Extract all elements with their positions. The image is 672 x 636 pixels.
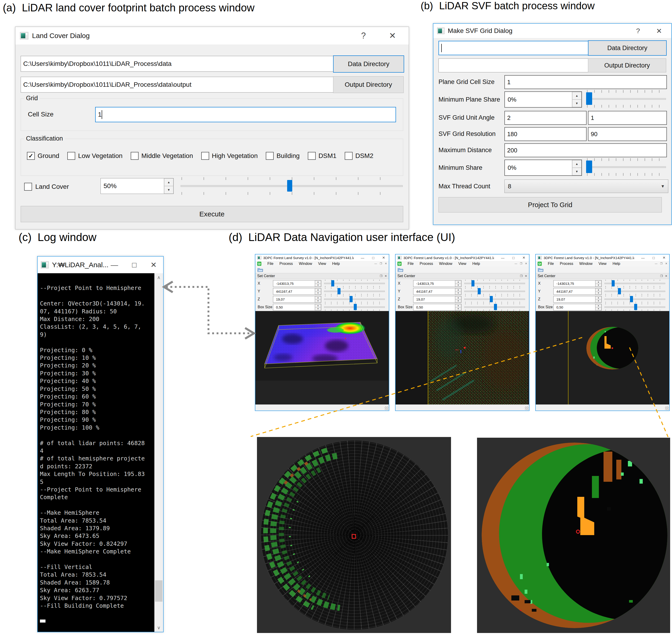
mdi-minimize-icon[interactable]: — [515, 262, 517, 265]
dock-close-icon[interactable]: ✕ [385, 274, 387, 278]
x-slider[interactable] [604, 279, 665, 287]
maximize-icon[interactable]: □ [653, 256, 655, 260]
open-folder-icon[interactable] [257, 267, 263, 272]
data-directory-button[interactable]: Data Directory [333, 56, 404, 73]
data-directory-button[interactable]: Data Directory [588, 40, 667, 56]
y-slider[interactable] [464, 287, 525, 295]
mdi-close-icon[interactable]: ✕ [385, 262, 387, 265]
checkbox-dsm1[interactable]: DSM1 [308, 152, 337, 160]
checkbox-land-cover[interactable]: Land Cover [24, 183, 69, 191]
spin-up-icon[interactable]: ▲ [164, 178, 173, 186]
menu-view[interactable]: View [458, 262, 466, 266]
menu-process[interactable]: Process [420, 262, 433, 266]
mdi-minimize-icon[interactable]: — [375, 262, 377, 265]
minimum-share-spinbox[interactable]: 0% ▲▼ [504, 160, 582, 176]
checkbox-low-vegetation[interactable]: Low Vegetation [67, 152, 122, 160]
slider-track[interactable] [586, 166, 666, 168]
checkbox-box[interactable] [201, 152, 209, 160]
mdi-restore-icon[interactable]: ❐ [520, 262, 522, 265]
maximize-icon[interactable]: □ [132, 261, 136, 269]
svf-titlebar[interactable]: Make SVF Grid Dialog ? ✕ [434, 24, 671, 38]
project-to-grid-button[interactable]: Project To Grid [439, 197, 662, 213]
z-slider[interactable] [464, 295, 525, 303]
open-folder-icon[interactable] [397, 267, 403, 272]
checkbox-building[interactable]: Building [266, 152, 300, 160]
checkbox-box[interactable] [308, 152, 316, 160]
log-titlebar[interactable]: Y:₩LiDAR_Anal... — □ ✕ [38, 257, 163, 273]
x-spinbox[interactable]: -143013,75▲▼ [273, 280, 321, 287]
help-icon[interactable]: ? [636, 27, 640, 35]
box-size-spinbox[interactable]: 0,50▲▼ [273, 304, 321, 311]
viewport-hemisphere[interactable] [536, 311, 669, 404]
checkbox-box[interactable] [266, 152, 274, 160]
z-spinbox[interactable]: 19,07▲▼ [413, 296, 461, 303]
menu-help[interactable]: Help [332, 262, 340, 266]
checkbox-middle-vegetation[interactable]: Middle Vegetation [131, 152, 193, 160]
menu-window[interactable]: Window [439, 262, 453, 266]
x-slider[interactable] [324, 279, 385, 287]
box-size-slider[interactable] [464, 303, 525, 311]
minimum-plane-share-spinbox[interactable]: 0% ▲▼ [504, 92, 582, 107]
dock-close-icon[interactable]: ✕ [525, 274, 527, 278]
checkbox-box[interactable] [131, 152, 139, 160]
maximize-icon[interactable]: □ [372, 256, 374, 260]
mdi-close-icon[interactable]: ✕ [525, 262, 527, 265]
svf-grid-unit-angle-input-1[interactable]: 2 [504, 111, 587, 125]
minimize-icon[interactable]: — [641, 256, 645, 260]
svf-grid-resolution-input-1[interactable]: 180 [504, 127, 587, 141]
output-directory-button[interactable]: Output Directory [333, 76, 404, 93]
close-icon[interactable]: ✕ [382, 256, 385, 260]
dock-close-icon[interactable]: ✕ [665, 274, 667, 278]
z-spinbox[interactable]: 19,07▲▼ [553, 296, 602, 303]
spin-down-icon[interactable]: ▼ [572, 168, 581, 175]
spin-down-icon[interactable]: ▼ [572, 100, 581, 107]
dock-header-set-center[interactable]: Set Center ❐✕ [396, 273, 529, 279]
resize-grip-icon[interactable] [525, 406, 529, 410]
menu-file[interactable]: File [267, 262, 273, 266]
minimize-icon[interactable]: — [111, 261, 118, 269]
y-spinbox[interactable]: 441167,47▲▼ [413, 288, 461, 295]
checkbox-box[interactable] [345, 152, 352, 160]
nav-titlebar[interactable]: 3DPC Forest Land Survey v1.0 - [N_Inchon… [396, 255, 529, 261]
z-spinbox[interactable]: 19,07▲▼ [273, 296, 321, 303]
output-directory-input[interactable]: C:\Users\kimby\Dropbox\1011\LiDAR_Proces… [21, 77, 334, 93]
z-slider[interactable] [324, 295, 385, 303]
nav-titlebar[interactable]: 3DPC Forest Land Survey v1.0 - [N_Inchon… [536, 255, 669, 261]
dock-float-icon[interactable]: ❐ [520, 274, 522, 278]
minimum-plane-share-slider[interactable] [586, 90, 666, 107]
open-folder-icon[interactable] [538, 267, 544, 272]
box-size-slider[interactable] [604, 303, 665, 311]
output-directory-button[interactable]: Output Directory [588, 58, 666, 72]
mdi-restore-icon[interactable]: ❐ [380, 262, 382, 265]
output-directory-input[interactable] [439, 58, 589, 72]
close-icon[interactable]: ✕ [150, 260, 157, 269]
menu-file[interactable]: File [408, 262, 414, 266]
menu-process[interactable]: Process [560, 262, 573, 266]
checkbox-high-vegetation[interactable]: High Vegetation [201, 152, 258, 160]
spin-up-icon[interactable]: ▲ [572, 92, 581, 100]
max-thread-count-dropdown[interactable]: 8 ▼ [504, 180, 668, 193]
spin-up-icon[interactable]: ▲ [572, 160, 581, 168]
dock-float-icon[interactable]: ❐ [380, 274, 382, 278]
mdi-minimize-icon[interactable]: — [655, 262, 657, 265]
maximize-icon[interactable]: □ [512, 256, 514, 260]
dock-float-icon[interactable]: ❐ [660, 274, 663, 278]
execute-button[interactable]: Execute [21, 206, 403, 222]
viewport-pointcloud[interactable] [396, 311, 529, 404]
menu-view[interactable]: View [598, 262, 606, 266]
data-directory-input[interactable] [439, 41, 589, 55]
dock-header-set-center[interactable]: Set Center ❐✕ [255, 273, 389, 279]
mdi-restore-icon[interactable]: ❐ [660, 262, 663, 265]
x-slider[interactable] [464, 279, 525, 287]
mdi-close-icon[interactable]: ✕ [665, 262, 667, 265]
help-icon[interactable]: ? [361, 31, 366, 41]
console-scrollbar[interactable]: ∧ ∨ [154, 273, 163, 632]
close-icon[interactable]: ✕ [663, 256, 666, 260]
slider-track[interactable] [586, 98, 666, 100]
plane-grid-cell-size-input[interactable]: 1 [504, 75, 667, 89]
x-spinbox[interactable]: -143013,75▲▼ [413, 280, 461, 287]
menu-help[interactable]: Help [473, 262, 480, 266]
slider-handle[interactable] [586, 92, 592, 105]
close-icon[interactable]: ✕ [389, 31, 396, 41]
checkbox-box[interactable] [67, 152, 75, 160]
